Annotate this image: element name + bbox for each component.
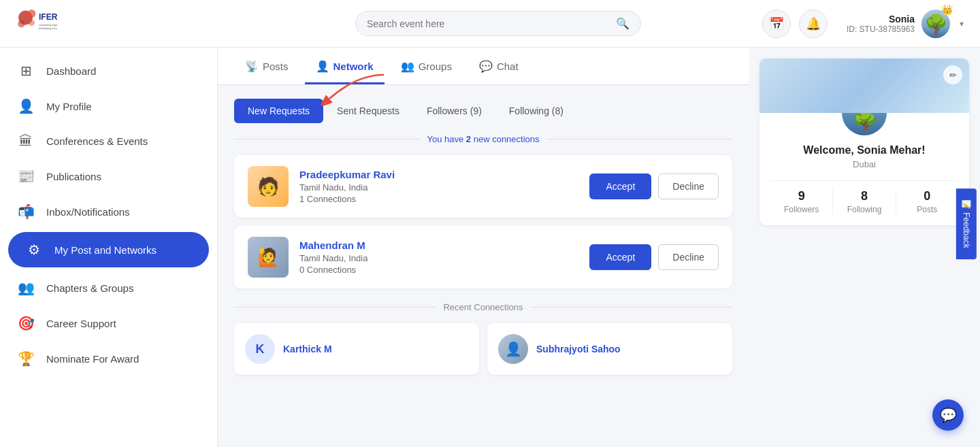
subhrajyoti-avatar: 👤 [498,334,528,364]
search-box[interactable]: 🔍 [355,11,641,36]
profile-card: ✏ 🌳 Welcome, Sonia Mehar! Dubai 9 Follow… [760,59,969,225]
karthick-name[interactable]: Karthick M [283,344,332,354]
pradeepkumar-connections: 1 Connections [299,194,578,204]
sub-tab-bar: New Requests Sent Requests Followers (9)… [234,99,732,123]
chat-tab-icon: 💬 [479,60,493,73]
following-label: Following [833,205,895,214]
sidebar-item-chapters-groups[interactable]: 👥 Chapters & Groups [0,270,217,305]
sidebar-item-publications[interactable]: 📰 Publications [0,159,217,194]
edit-profile-button[interactable]: ✏ [943,65,962,84]
sidebar-label: Conferences & Events [46,135,148,147]
mahendran-info: Mahendran M Tamil Nadu, India 0 Connecti… [299,239,578,275]
sub-tab-following-label: Following (8) [509,105,564,116]
request-card-pradeepkumar: 🧑 Pradeepkumar Ravi Tamil Nadu, India 1 … [234,155,732,218]
followers-label: Followers [770,205,832,214]
calendar-button[interactable]: 📅 [762,10,791,38]
recent-card-karthick: K Karthick M [234,323,479,375]
body-wrap: ⊞ Dashboard 👤 My Profile 🏛 Conferences &… [0,48,980,447]
sub-tab-sent-requests-label: Sent Requests [337,105,399,116]
career-icon: 🎯 [16,315,35,331]
sidebar-label: Publications [46,171,101,182]
sidebar-item-conferences[interactable]: 🏛 Conferences & Events [0,124,217,159]
header-icons: 📅 🔔 Sonia ID: STU-38785963 🌳 👑 ▾ [762,10,964,38]
chat-fab-button[interactable]: 💬 [932,399,964,431]
posts-tab-icon: 📡 [245,60,259,73]
logo-area: IFERP connecting engineers, developing r… [16,6,234,42]
feedback-tab[interactable]: 📝 Feedback [956,188,977,259]
sidebar-item-dashboard[interactable]: ⊞ Dashboard [0,53,217,88]
profile-location: Dubai [770,159,958,169]
sub-tab-sent-requests[interactable]: Sent Requests [323,99,413,123]
network-tab-icon: 👤 [316,60,329,73]
sub-tab-new-requests[interactable]: New Requests [234,99,323,123]
chevron-down-icon: ▾ [960,19,964,29]
recent-card-subhrajyoti: 👤 Subhrajyoti Sahoo [487,323,732,375]
crown-icon: 👑 [941,4,953,15]
stat-posts: 0 Posts [896,189,958,214]
recent-connections-banner: Recent Connections [234,302,732,312]
notification-button[interactable]: 🔔 [799,10,828,38]
stat-following: 8 Following [833,189,896,214]
tab-network-label: Network [333,61,374,72]
tab-network[interactable]: 👤 Network [305,48,385,84]
pradeepkumar-location: Tamil Nadu, India [299,182,578,193]
connections-banner: You have 2 new connections [234,134,732,144]
sub-tab-followers[interactable]: Followers (9) [413,99,495,123]
sidebar-item-inbox[interactable]: 📬 Inbox/Notifications [0,194,217,229]
karthick-avatar: K [245,334,275,364]
request-card-mahendran: 🙋 Mahendran M Tamil Nadu, India 0 Connec… [234,226,732,288]
content-area: New Requests Sent Requests Followers (9)… [218,85,749,388]
pradeepkumar-actions: Accept Decline [589,173,719,199]
pradeepkumar-name[interactable]: Pradeepkumar Ravi [299,169,578,180]
tab-bar: 📡 Posts 👤 Network 👥 Groups 💬 Chat [218,48,749,85]
search-input[interactable] [367,18,616,29]
mahendran-actions: Accept Decline [589,244,719,270]
mahendran-location: Tamil Nadu, India [299,253,578,263]
mahendran-connections: 0 Connections [299,265,578,275]
user-name: Sonia [847,14,915,24]
recent-connections-label: Recent Connections [443,302,523,312]
pradeepkumar-info: Pradeepkumar Ravi Tamil Nadu, India 1 Co… [299,169,578,204]
sub-tab-followers-label: Followers (9) [427,105,482,116]
logo-icon: IFERP connecting engineers, developing r… [16,6,57,42]
tab-groups[interactable]: 👥 Groups [390,48,463,84]
dashboard-icon: ⊞ [16,63,35,79]
chat-fab-icon: 💬 [940,407,957,423]
sidebar-item-my-post-networks[interactable]: ⚙ My Post and Networks [8,232,209,267]
followers-count: 9 [770,189,832,203]
feedback-icon: 📝 [962,199,971,210]
profile-cover: ✏ [760,59,969,113]
user-info[interactable]: Sonia ID: STU-38785963 🌳 👑 ▾ [847,10,964,38]
profile-icon: 👤 [16,98,35,114]
tab-chat[interactable]: 💬 Chat [468,48,529,84]
search-area: 🔍 [234,11,762,36]
mahendran-name[interactable]: Mahendran M [299,239,578,251]
profile-name: Welcome, Sonia Mehar! [770,144,958,156]
sidebar: ⊞ Dashboard 👤 My Profile 🏛 Conferences &… [0,48,218,447]
inbox-icon: 📬 [16,203,35,220]
subhrajyoti-name[interactable]: Subhrajyoti Sahoo [536,344,621,354]
sub-tab-following[interactable]: Following (8) [495,99,577,123]
header: IFERP connecting engineers, developing r… [0,0,980,48]
posts-label: Posts [896,205,958,214]
decline-pradeepkumar-button[interactable]: Decline [658,173,719,199]
sidebar-item-my-profile[interactable]: 👤 My Profile [0,88,217,124]
recent-connections-grid: K Karthick M 👤 Subhrajyoti Sahoo [234,323,732,375]
chapters-icon: 👥 [16,280,35,296]
following-count: 8 [833,189,895,203]
right-panel: ✏ 🌳 Welcome, Sonia Mehar! Dubai 9 Follow… [749,48,980,447]
accept-pradeepkumar-button[interactable]: Accept [589,173,651,199]
tab-posts-label: Posts [263,61,289,72]
sidebar-label: Inbox/Notifications [46,206,130,218]
posts-count: 0 [896,189,958,203]
sidebar-item-career-support[interactable]: 🎯 Career Support [0,305,217,341]
accept-mahendran-button[interactable]: Accept [589,244,651,270]
profile-stats: 9 Followers 8 Following 0 Posts [770,180,958,214]
sidebar-item-nominate-award[interactable]: 🏆 Nominate For Award [0,341,217,376]
decline-mahendran-button[interactable]: Decline [658,244,719,270]
groups-tab-icon: 👥 [401,60,414,73]
subhrajyoti-icon: 👤 [505,341,522,357]
banner-text: You have 2 new connections [427,134,539,144]
tab-posts[interactable]: 📡 Posts [234,48,299,84]
svg-point-1 [28,10,36,18]
